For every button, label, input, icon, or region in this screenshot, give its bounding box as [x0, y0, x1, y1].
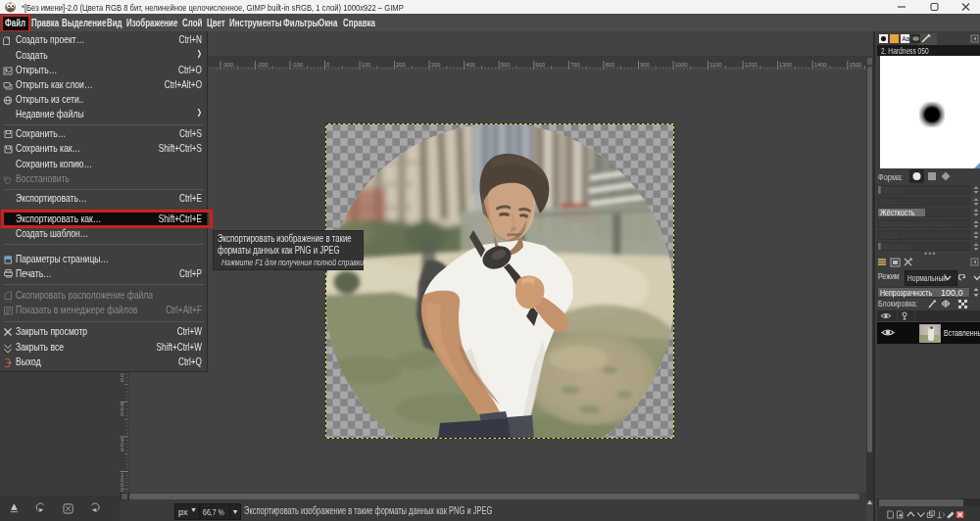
svg-text:800: 800: [605, 62, 614, 68]
svg-text:400: 400: [466, 62, 475, 68]
svg-text:1300: 1300: [779, 62, 792, 68]
svg-text:1200: 1200: [745, 62, 758, 68]
svg-text:600: 600: [535, 62, 545, 68]
svg-text:100: 100: [362, 62, 371, 68]
svg-text:1000: 1000: [675, 62, 688, 68]
svg-text:1500: 1500: [849, 62, 861, 68]
svg-text:0: 0: [121, 447, 123, 452]
svg-text:-200: -200: [257, 62, 269, 68]
svg-text:700: 700: [570, 62, 580, 68]
svg-text:0: 0: [326, 62, 329, 68]
svg-text:200: 200: [396, 62, 406, 68]
svg-text:1400: 1400: [814, 62, 827, 68]
svg-text:0: 0: [121, 377, 123, 383]
svg-text:0: 0: [121, 487, 123, 493]
svg-text:Aa: Aa: [902, 35, 909, 42]
svg-text:0: 0: [121, 411, 123, 417]
svg-text:500: 500: [501, 62, 511, 68]
svg-text:-100: -100: [291, 62, 303, 68]
svg-text:-300: -300: [221, 62, 233, 68]
svg-text:900: 900: [640, 62, 650, 68]
svg-text:1100: 1100: [710, 62, 721, 68]
svg-text:300: 300: [431, 62, 441, 68]
